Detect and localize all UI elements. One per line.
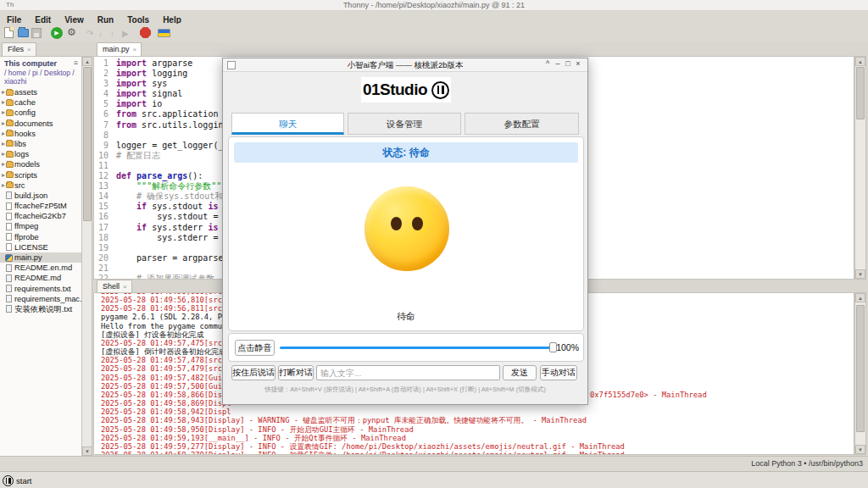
tree-item-cache[interactable]: ▸cache <box>0 97 81 108</box>
menubar: FileEditViewRunToolsHelp <box>0 11 868 24</box>
volume-value: 100% <box>556 342 579 352</box>
close-icon[interactable]: × <box>27 46 31 53</box>
python-file-icon <box>5 254 13 262</box>
tree-item-libs[interactable]: ▸libs <box>0 139 81 149</box>
tree-item-ffmpeg[interactable]: ffmpeg <box>0 221 81 231</box>
xiaozhi-client-window: 小智ai客户端 —— 核桃派2b版本 ^–□× 01Studio 聊天设备管理参… <box>222 58 588 405</box>
step-out-button[interactable]: ↑ <box>110 29 114 38</box>
scroll-up-icon[interactable]: ▲ <box>82 57 92 66</box>
hold-to-talk-button[interactable]: 按住后说话 <box>231 365 275 380</box>
expand-triangle-icon[interactable]: ▸ <box>2 108 5 118</box>
shell-line: 2025-05-28 01:49:59,193[__main__] - INFO… <box>101 434 854 442</box>
shell-line: 2025-05-28 01:49:58,942[Displ <box>101 408 854 416</box>
tree-item-main.py[interactable]: main.py <box>0 252 81 263</box>
run-script-button[interactable]: ▶ <box>51 27 63 39</box>
folder-icon <box>6 182 14 188</box>
scroll-down-icon[interactable]: ▼ <box>855 445 865 454</box>
resume-button[interactable]: ▶ <box>122 29 129 38</box>
dialog-tab-3[interactable]: 参数配置 <box>465 113 579 135</box>
tree-item-label: hooks <box>14 130 36 138</box>
tree-item-README.en.md[interactable]: README.en.md <box>0 263 81 273</box>
files-root-label[interactable]: This computer ≡ <box>0 57 81 69</box>
shade-button[interactable]: ^ <box>542 59 553 68</box>
files-menu-icon[interactable]: ≡ <box>74 58 78 67</box>
expand-triangle-icon[interactable]: ▸ <box>2 97 5 108</box>
open-file-button[interactable] <box>18 29 29 37</box>
interpreter-status[interactable]: Local Python 3 • /usr/bin/python3 <box>751 459 863 468</box>
tree-item-label: LICENSE <box>14 243 48 252</box>
scroll-up-icon[interactable]: ▲ <box>855 293 865 302</box>
dialog-titlebar[interactable]: 小智ai客户端 —— 核桃派2b版本 ^–□× <box>223 58 587 72</box>
tree-item-hooks[interactable]: ▸hooks <box>0 129 81 139</box>
tree-item-scripts[interactable]: ▸scripts <box>0 170 81 180</box>
minimize-button[interactable]: – <box>553 59 563 68</box>
editor-tab-mainpy[interactable]: main.py× <box>97 42 142 56</box>
tree-item-requirements_mac.txt[interactable]: requirements_mac.txt <box>0 294 81 304</box>
tree-item-ffprobe[interactable]: ffprobe <box>0 232 81 242</box>
start-button[interactable]: start <box>3 474 31 487</box>
send-button[interactable]: 发送 <box>503 365 537 380</box>
shell-tab[interactable]: Shell× <box>97 280 132 293</box>
tree-item-documents[interactable]: ▸documents <box>0 119 81 129</box>
scroll-thumb[interactable] <box>856 67 865 119</box>
tree-item-src[interactable]: ▸src <box>0 180 81 191</box>
expand-triangle-icon[interactable]: ▸ <box>2 139 5 149</box>
shell-line: 2025-05-28 01:49:58,943[Display] - WARNI… <box>101 416 854 424</box>
debug-script-button[interactable]: ⚙ <box>67 26 76 38</box>
mute-button[interactable]: 点击静音 <box>235 340 275 356</box>
interrupt-button[interactable]: 打断对话 <box>278 365 314 380</box>
folder-icon <box>6 162 14 168</box>
expand-triangle-icon[interactable]: ▸ <box>2 159 5 169</box>
new-file-button[interactable] <box>4 27 14 38</box>
tree-item-安装依赖说明.txt[interactable]: 安装依赖说明.txt <box>0 304 81 314</box>
manual-dialog-button[interactable]: 手动对话 <box>540 365 577 380</box>
tree-item-build.json[interactable]: build.json <box>0 191 81 201</box>
editor-scrollbar[interactable]: ▲ ▼ <box>854 56 866 280</box>
tree-item-models[interactable]: ▸models <box>0 159 81 169</box>
scroll-down-icon[interactable]: ▼ <box>82 446 92 456</box>
save-file-button[interactable] <box>31 28 42 38</box>
tree-item-label: ffcacheFzP5tM <box>14 202 67 210</box>
shell-scrollbar[interactable]: ▲ ▼ <box>854 292 866 455</box>
chat-text-input[interactable] <box>316 365 500 380</box>
scroll-thumb[interactable] <box>856 305 865 432</box>
expand-triangle-icon[interactable]: ▸ <box>2 119 5 129</box>
files-scrollbar[interactable]: ▲ ▼ <box>82 56 92 456</box>
step-into-button[interactable]: ↓ <box>98 29 103 38</box>
close-icon[interactable]: × <box>123 283 127 291</box>
tree-item-ffcacheiG2Kb7[interactable]: ffcacheiG2Kb7 <box>0 211 81 221</box>
tree-item-ffcacheFzP5tM[interactable]: ffcacheFzP5tM <box>0 201 81 211</box>
tree-item-config[interactable]: ▸config <box>0 108 81 118</box>
desktop: Th Thonny - /home/pi/Desktop/xiaozhi/mai… <box>0 0 868 488</box>
expand-triangle-icon[interactable]: ▸ <box>2 149 5 159</box>
volume-slider[interactable] <box>280 347 553 349</box>
stop-restart-button[interactable] <box>140 27 151 38</box>
scroll-thumb[interactable] <box>83 67 92 221</box>
expand-triangle-icon[interactable]: ▸ <box>2 129 5 139</box>
dialog-tab-2[interactable]: 设备管理 <box>348 113 461 135</box>
tree-item-label: scripts <box>14 171 37 180</box>
expand-triangle-icon[interactable]: ▸ <box>2 180 5 191</box>
scroll-down-icon[interactable]: ▼ <box>855 269 865 279</box>
tree-item-README.md[interactable]: README.md <box>0 273 81 283</box>
tree-item-label: src <box>14 181 25 190</box>
tree-item-assets[interactable]: ▸assets <box>0 87 81 97</box>
close-icon[interactable]: × <box>133 46 137 53</box>
folder-icon <box>6 172 14 178</box>
tree-item-LICENSE[interactable]: LICENSE <box>0 242 81 252</box>
close-button[interactable]: × <box>573 59 583 68</box>
tree-item-logs[interactable]: ▸logs <box>0 149 81 159</box>
files-pane-tab[interactable]: Files× <box>2 42 36 56</box>
files-breadcrumb[interactable]: / home / pi / Desktop /xiaozhi <box>0 69 81 87</box>
expand-triangle-icon[interactable]: ▸ <box>2 170 5 180</box>
maximize-button[interactable]: □ <box>563 59 573 68</box>
step-over-button[interactable]: ↷ <box>86 29 93 38</box>
thonny-window-title: Thonny - /home/pi/Desktop/xiaozhi/main.p… <box>0 1 868 9</box>
tree-item-requirements.txt[interactable]: requirements.txt <box>0 284 81 294</box>
tree-item-label: README.md <box>14 274 61 282</box>
dialog-tab-1[interactable]: 聊天 <box>231 113 344 135</box>
expand-triangle-icon[interactable]: ▸ <box>2 87 5 97</box>
scroll-up-icon[interactable]: ▲ <box>855 57 865 66</box>
emotion-face <box>364 186 449 271</box>
ukraine-flag-icon <box>158 29 170 37</box>
